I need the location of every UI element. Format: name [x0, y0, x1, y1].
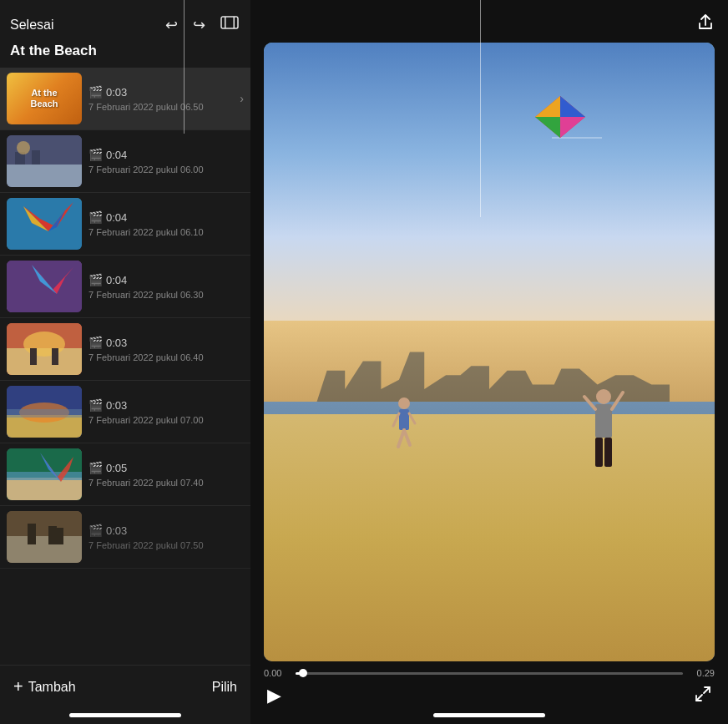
svg-rect-23 [7, 409, 82, 418]
svg-marker-39 [560, 117, 585, 138]
clip-icon-row-5: 🎬 0:03 [88, 336, 237, 349]
video-camera-icon-4: 🎬 [88, 273, 103, 286]
svg-rect-6 [32, 150, 40, 165]
svg-rect-4 [7, 165, 82, 187]
video-camera-icon-7: 🎬 [88, 461, 103, 474]
clip-thumbnail-5 [7, 323, 82, 375]
clip-info-1: 🎬 0:03 7 Februari 2022 pukul 06.50 [82, 85, 240, 112]
tambah-button[interactable]: + Tambah [13, 677, 76, 696]
clip-info-3: 🎬 0:04 7 Februari 2022 pukul 06.10 [82, 210, 244, 237]
video-camera-icon-1: 🎬 [88, 85, 103, 99]
clip-thumbnail-4 [7, 261, 82, 312]
svg-marker-37 [560, 96, 585, 117]
current-time: 0.00 [264, 668, 289, 678]
header: Selesai ↩ ↪ [0, 0, 250, 43]
clip-item-6[interactable]: 🎬 0:03 7 Februari 2022 pukul 07.00 [0, 381, 250, 443]
clip-item-1[interactable]: At theBeach 🎬 0:03 7 Februari 2022 pukul… [0, 68, 250, 130]
clip-info-4: 🎬 0:04 7 Februari 2022 pukul 06.30 [82, 273, 244, 300]
svg-line-53 [696, 695, 702, 701]
clip-icon-row-1: 🎬 0:03 [88, 85, 233, 99]
right-home-indicator [433, 713, 545, 717]
video-camera-icon-3: 🎬 [88, 210, 103, 224]
clip-info-6: 🎬 0:03 7 Februari 2022 pukul 07.00 [82, 398, 244, 425]
svg-rect-26 [7, 472, 82, 480]
video-controls: 0.00 0.29 ▶ [264, 661, 715, 713]
video-camera-icon-8: 🎬 [88, 524, 103, 537]
svg-line-44 [393, 413, 399, 426]
video-preview [264, 43, 715, 661]
clip-duration-3: 0:04 [106, 211, 127, 224]
undo-button[interactable]: ↩ [164, 14, 179, 36]
clip-date-3: 7 Februari 2022 pukul 06.10 [88, 227, 237, 237]
clip-item-3[interactable]: 🎬 0:04 7 Februari 2022 pukul 06.10 [0, 193, 250, 256]
clip-item-4[interactable]: 🎬 0:04 7 Februari 2022 pukul 06.30 [0, 256, 250, 318]
progress-bar[interactable] [296, 672, 683, 675]
svg-marker-36 [535, 96, 560, 117]
svg-rect-32 [48, 526, 57, 544]
svg-point-46 [596, 389, 611, 404]
clip-icon-row-7: 🎬 0:05 [88, 461, 237, 474]
svg-line-50 [584, 397, 595, 409]
trim-button[interactable] [219, 13, 240, 36]
selesai-button[interactable]: Selesai [10, 18, 53, 33]
album-title: At the Beach [0, 43, 250, 68]
clip-item-8[interactable]: 🎬 0:03 7 Februari 2022 pukul 07.50 [0, 506, 250, 569]
svg-rect-30 [7, 536, 82, 563]
share-button[interactable] [696, 13, 715, 36]
redo-icon: ↪ [193, 17, 205, 33]
clip-icon-row-6: 🎬 0:03 [88, 398, 237, 412]
clip-icon-row-4: 🎬 0:04 [88, 273, 237, 286]
clip-info-5: 🎬 0:03 7 Februari 2022 pukul 06.40 [82, 336, 244, 362]
clip-duration-4: 0:04 [106, 274, 127, 286]
clip-date-5: 7 Februari 2022 pukul 06.40 [88, 352, 237, 362]
fullscreen-icon [695, 686, 711, 702]
clip-date-2: 7 Februari 2022 pukul 06.00 [88, 165, 237, 175]
clip-info-2: 🎬 0:04 7 Februari 2022 pukul 06.00 [82, 148, 244, 175]
svg-rect-19 [52, 348, 58, 365]
clip-thumbnail-2 [7, 135, 82, 187]
playback-row: ▶ [264, 685, 715, 706]
video-scene [264, 43, 715, 661]
svg-rect-31 [28, 524, 36, 544]
clip-icon-row-3: 🎬 0:04 [88, 210, 237, 224]
clip-icon-row-2: 🎬 0:04 [88, 148, 237, 161]
video-camera-icon-2: 🎬 [88, 148, 103, 161]
clip-item-2[interactable]: 🎬 0:04 7 Februari 2022 pukul 06.00 [0, 130, 250, 193]
clip-item-5[interactable]: 🎬 0:03 7 Februari 2022 pukul 06.40 [0, 318, 250, 381]
clip-duration-7: 0:05 [106, 462, 127, 474]
plus-icon: + [13, 677, 23, 696]
header-icons: ↩ ↪ [164, 13, 240, 36]
clip-date-1: 7 Februari 2022 pukul 06.50 [88, 102, 233, 112]
clip-date-4: 7 Februari 2022 pukul 06.30 [88, 290, 237, 300]
clip-info-7: 🎬 0:05 7 Februari 2022 pukul 07.40 [82, 461, 244, 488]
fullscreen-button[interactable] [695, 686, 711, 706]
app-container: Selesai ↩ ↪ [0, 0, 728, 724]
svg-point-17 [23, 332, 65, 357]
clip-item-7[interactable]: 🎬 0:05 7 Februari 2022 pukul 07.40 [0, 443, 250, 506]
clip-duration-8: 0:03 [106, 524, 127, 537]
clip-thumbnail-7 [7, 448, 82, 500]
share-icon [696, 13, 715, 32]
clip-date-7: 7 Februari 2022 pukul 07.40 [88, 478, 237, 488]
clip-thumbnail-6 [7, 386, 82, 438]
svg-rect-49 [604, 438, 612, 467]
person-adult [583, 388, 624, 489]
svg-line-51 [612, 392, 623, 409]
svg-rect-48 [595, 438, 603, 467]
svg-rect-1 [225, 17, 226, 28]
progress-dot [299, 669, 307, 677]
total-time: 0.29 [690, 668, 715, 678]
top-right-bar [250, 0, 728, 43]
play-button[interactable]: ▶ [267, 685, 281, 706]
video-camera-icon-6: 🎬 [88, 398, 103, 412]
clip-list: At theBeach 🎬 0:03 7 Februari 2022 pukul… [0, 68, 250, 665]
sky-bg [264, 43, 715, 321]
thumb-text-1: At theBeach [30, 88, 58, 109]
clip-date-6: 7 Februari 2022 pukul 07.00 [88, 415, 237, 425]
clip-arrow-1: › [240, 92, 244, 105]
svg-point-7 [17, 141, 30, 154]
person-child [390, 397, 419, 463]
pilih-button[interactable]: Pilih [212, 680, 237, 695]
clip-thumbnail-3 [7, 198, 82, 250]
redo-button[interactable]: ↪ [191, 14, 207, 36]
